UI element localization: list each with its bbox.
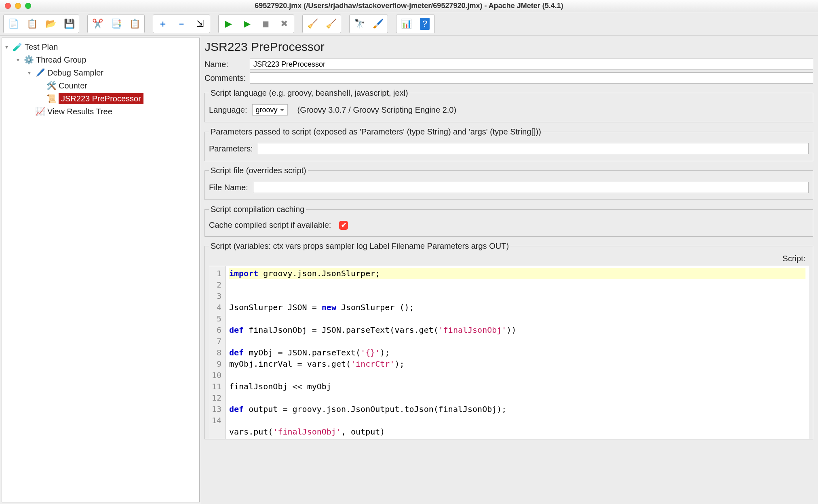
comments-label: Comments:: [204, 74, 245, 83]
plus-icon: ＋: [158, 18, 167, 30]
code-content[interactable]: import groovy.json.JsonSlurper; JsonSlur…: [226, 266, 809, 439]
cache-label: Cache compiled script if available:: [209, 220, 331, 230]
start-button[interactable]: ▶: [219, 16, 237, 32]
comments-input[interactable]: [250, 72, 813, 84]
list-icon: 📊: [401, 19, 412, 29]
cache-fieldset: Script compilation caching Cache compile…: [204, 205, 813, 237]
language-value: groovy: [256, 106, 278, 114]
language-legend: Script language (e.g. groovy, beanshell,…: [209, 88, 410, 98]
play-icon: ▶: [225, 19, 232, 29]
tools-icon: 🛠️: [46, 81, 56, 90]
traffic-lights: [5, 3, 31, 9]
tree-node-debug-sampler[interactable]: ▾ 🖊️ Debug Sampler: [2, 66, 199, 79]
brush-icon: 🖌️: [373, 19, 384, 29]
cache-legend: Script compilation caching: [209, 205, 306, 214]
filename-input[interactable]: [253, 182, 809, 193]
help-button[interactable]: ?: [416, 16, 434, 32]
play-alt-icon: ▶: [244, 19, 251, 29]
script-sublabel: Script:: [209, 254, 809, 263]
save-button[interactable]: 💾: [60, 16, 78, 32]
language-description: (Groovy 3.0.7 / Groovy Scripting Engine …: [297, 105, 457, 115]
start-no-pause-button[interactable]: ▶: [238, 16, 256, 32]
open-button[interactable]: 📂: [42, 16, 59, 32]
templates-button[interactable]: 📋: [23, 16, 41, 32]
chevron-down-icon[interactable]: ▾: [5, 44, 13, 50]
shutdown-icon: ✖: [280, 19, 288, 29]
search-button[interactable]: 🔭: [350, 16, 368, 32]
parameters-label: Parameters:: [209, 144, 253, 153]
tree-panel[interactable]: ▾ 🧪 Test Plan ▾ ⚙️ Thread Group ▾ 🖊️ Deb…: [2, 38, 200, 502]
chart-icon: 📈: [35, 107, 45, 116]
collapse-button[interactable]: －: [173, 16, 190, 32]
parameters-fieldset: Parameters passed to script (exposed as …: [204, 127, 813, 161]
editor-panel: JSR223 PreProcessor Name: Comments: Scri…: [201, 36, 818, 504]
minimize-window-button[interactable]: [15, 3, 21, 9]
arrow-in-icon: 📜: [46, 94, 56, 103]
panel-heading: JSR223 PreProcessor: [204, 40, 813, 54]
tree-label: Debug Sampler: [47, 68, 103, 78]
window-title: 69527920.jmx (/Users/rjadhav/stackoverfl…: [4, 2, 814, 10]
save-icon: 💾: [64, 19, 75, 29]
pipette-icon: 🖊️: [35, 68, 45, 78]
tree-node-view-results[interactable]: 📈 View Results Tree: [2, 105, 199, 118]
toggle-icon: ⇲: [196, 19, 204, 29]
tree-label: JSR223 PreProcessor: [59, 93, 143, 104]
language-label: Language:: [209, 105, 247, 115]
cache-checkbox[interactable]: ✔: [339, 221, 348, 230]
flask-icon: 🧪: [13, 42, 22, 52]
open-folder-icon: 📂: [45, 19, 56, 29]
filename-label: File Name:: [209, 183, 248, 192]
cut-button[interactable]: ✂️: [89, 16, 106, 32]
gear-icon: ⚙️: [24, 55, 34, 65]
scriptfile-legend: Script file (overrides script): [209, 166, 308, 175]
tree-label: Thread Group: [36, 55, 86, 65]
toggle-button[interactable]: ⇲: [191, 16, 209, 32]
zoom-window-button[interactable]: [25, 3, 31, 9]
tree-label: View Results Tree: [47, 107, 112, 116]
chevron-down-icon[interactable]: ▾: [17, 57, 24, 63]
cut-icon: ✂️: [92, 19, 103, 29]
broom-all-icon: 🧹: [326, 19, 337, 29]
app-window: 69527920.jmx (/Users/rjadhav/stackoverfl…: [0, 0, 818, 504]
language-combo[interactable]: groovy: [252, 104, 288, 116]
tree-label: Counter: [59, 81, 87, 90]
stop-icon: ◼: [262, 19, 269, 29]
line-gutter: 1234567891011121314: [209, 266, 226, 439]
shutdown-button[interactable]: ✖: [275, 16, 293, 32]
tree-node-test-plan[interactable]: ▾ 🧪 Test Plan: [2, 40, 199, 53]
chevron-down-icon[interactable]: ▾: [28, 69, 35, 76]
script-legend: Script (variables: ctx vars props sample…: [209, 242, 510, 251]
minus-icon: －: [177, 18, 186, 30]
tree-node-thread-group[interactable]: ▾ ⚙️ Thread Group: [2, 53, 199, 66]
language-fieldset: Script language (e.g. groovy, beanshell,…: [204, 88, 813, 122]
clear-button[interactable]: 🧹: [304, 16, 321, 32]
toolbar: 📄 📋 📂 💾 ✂️ 📑 📋 ＋ － ⇲ ▶ ▶ ◼ ✖ 🧹 🧹: [0, 12, 818, 36]
titlebar: 69527920.jmx (/Users/rjadhav/stackoverfl…: [0, 0, 818, 12]
paste-icon: 📋: [129, 19, 140, 29]
scriptfile-fieldset: Script file (overrides script) File Name…: [204, 166, 813, 200]
script-fieldset: Script (variables: ctx vars props sample…: [204, 242, 813, 439]
help-icon: ?: [420, 18, 430, 30]
tree-label: Test Plan: [25, 42, 58, 52]
new-button[interactable]: 📄: [4, 16, 22, 32]
parameters-legend: Parameters passed to script (exposed as …: [209, 127, 543, 136]
clear-all-button[interactable]: 🧹: [322, 16, 340, 32]
function-helper-button[interactable]: 📊: [397, 16, 415, 32]
name-label: Name:: [204, 60, 245, 69]
tree-node-jsr223[interactable]: 📜 JSR223 PreProcessor: [2, 92, 199, 105]
templates-icon: 📋: [27, 19, 38, 29]
copy-icon: 📑: [111, 19, 122, 29]
parameters-input[interactable]: [258, 143, 809, 154]
name-input[interactable]: [250, 59, 813, 70]
paste-button[interactable]: 📋: [126, 16, 143, 32]
content-area: ▾ 🧪 Test Plan ▾ ⚙️ Thread Group ▾ 🖊️ Deb…: [0, 36, 818, 504]
code-editor[interactable]: 1234567891011121314 import groovy.json.J…: [209, 266, 809, 439]
expand-button[interactable]: ＋: [154, 16, 172, 32]
copy-button[interactable]: 📑: [107, 16, 125, 32]
tree-node-counter[interactable]: 🛠️ Counter: [2, 79, 199, 92]
close-window-button[interactable]: [5, 3, 11, 9]
stop-button[interactable]: ◼: [257, 16, 274, 32]
reset-search-button[interactable]: 🖌️: [369, 16, 387, 32]
binoculars-icon: 🔭: [354, 19, 365, 29]
broom-icon: 🧹: [307, 19, 318, 29]
